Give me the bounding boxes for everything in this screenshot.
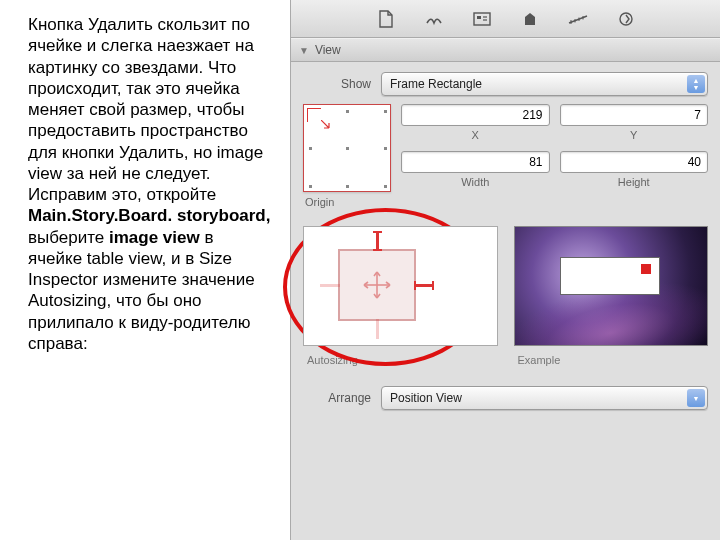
- show-label: Show: [303, 77, 381, 91]
- show-value: Frame Rectangle: [390, 77, 482, 91]
- autosizing-control[interactable]: [303, 226, 498, 346]
- size-inspector-icon[interactable]: [567, 8, 589, 30]
- dropdown-arrows-icon: ▼: [687, 389, 705, 407]
- bold-imageview: image view: [109, 228, 200, 247]
- example-window: [560, 257, 660, 295]
- quick-help-icon[interactable]: [423, 8, 445, 30]
- arrange-label: Arrange: [303, 391, 381, 405]
- height-field[interactable]: [560, 151, 709, 173]
- para-1: Кнопка Удалить скользит по ячейке и слег…: [28, 15, 263, 204]
- x-field[interactable]: [401, 104, 550, 126]
- file-inspector-icon[interactable]: [375, 8, 397, 30]
- view-section-title: View: [315, 43, 341, 57]
- svg-rect-1: [477, 16, 481, 19]
- disclosure-triangle-icon: ▼: [299, 45, 309, 56]
- example-label: Example: [514, 354, 709, 366]
- view-section-header[interactable]: ▼ View: [291, 38, 720, 62]
- x-label: X: [401, 129, 550, 141]
- inspector-toolbar: [291, 0, 720, 38]
- origin-label: Origin: [305, 196, 391, 208]
- bold-storyboard: Main.Story.Board. storyboard,: [28, 206, 270, 225]
- width-field[interactable]: [401, 151, 550, 173]
- autosizing-box: Autosizing: [303, 226, 498, 366]
- autosizing-inner-rect: [338, 249, 416, 321]
- y-label: Y: [560, 129, 709, 141]
- origin-xy-block: Origin X Y Width: [303, 104, 708, 208]
- width-label: Width: [401, 176, 550, 188]
- strut-top[interactable]: [376, 231, 379, 251]
- svg-line-4: [569, 16, 587, 23]
- inspector-panel: ▼ View Show Frame Rectangle ▲▼: [290, 0, 720, 540]
- height-label: Height: [560, 176, 709, 188]
- dropdown-arrows-icon: ▲▼: [687, 75, 705, 93]
- springs-center-icon[interactable]: [362, 270, 392, 300]
- strut-left[interactable]: [320, 284, 340, 287]
- strut-right[interactable]: [414, 284, 434, 287]
- example-box: Example: [514, 226, 709, 366]
- show-row: Show Frame Rectangle ▲▼: [303, 72, 708, 96]
- origin-anchor-grid[interactable]: [303, 104, 391, 192]
- frame-fields: X Y Width Height: [401, 104, 708, 208]
- show-dropdown[interactable]: Frame Rectangle ▲▼: [381, 72, 708, 96]
- example-inner-view: [641, 264, 651, 274]
- arrange-dropdown[interactable]: Position View ▼: [381, 386, 708, 410]
- autosizing-example-row: Autosizing Example: [303, 226, 708, 366]
- para-2: выберите: [28, 228, 109, 247]
- origin-corner-indicator: [307, 108, 321, 122]
- view-section-body: Show Frame Rectangle ▲▼: [291, 62, 720, 432]
- autosizing-label: Autosizing: [303, 354, 498, 366]
- attributes-inspector-icon[interactable]: [519, 8, 541, 30]
- example-preview: [514, 226, 709, 346]
- arrange-value: Position View: [390, 391, 462, 405]
- origin-arrow-icon: [321, 120, 331, 130]
- connections-inspector-icon[interactable]: [615, 8, 637, 30]
- svg-rect-0: [474, 13, 490, 25]
- identity-inspector-icon[interactable]: [471, 8, 493, 30]
- svg-point-9: [620, 13, 632, 25]
- y-field[interactable]: [560, 104, 709, 126]
- instruction-text: Кнопка Удалить скользит по ячейке и слег…: [0, 0, 290, 540]
- arrange-row: Arrange Position View ▼: [303, 386, 708, 410]
- strut-bottom[interactable]: [376, 319, 379, 339]
